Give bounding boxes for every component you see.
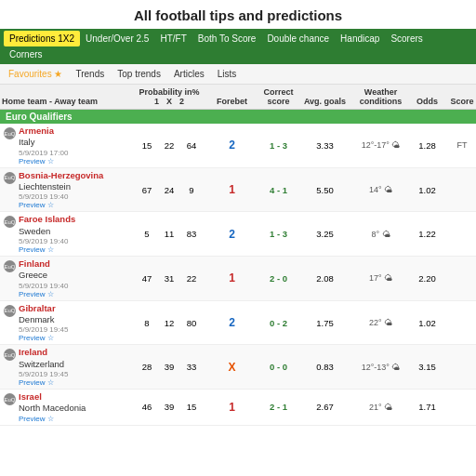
table-header: Home team - Away team Probability in% 1 … [0, 85, 476, 110]
prob-2: 80 [182, 318, 201, 328]
forebet-cell: 2 [206, 228, 258, 241]
match-grid: EuQ Bosnia-Herzegovina Liechtenstein 5/9… [2, 170, 474, 210]
probability-cell: 28 39 33 [132, 362, 206, 372]
home-team: Armenia [19, 126, 132, 137]
correct-score: 4 - 1 [258, 185, 299, 195]
nav-primary-item[interactable]: Corners [4, 46, 48, 62]
team-cell: EuQ Ireland Switzerland 5/9/2019 19:45 P… [2, 347, 132, 387]
probability-cell: 46 39 15 [132, 402, 206, 412]
preview-link[interactable]: Preview ☆ [19, 201, 132, 209]
correct-score: 1 - 3 [258, 229, 299, 239]
correct-score: 2 - 0 [258, 273, 299, 284]
home-team: Bosnia-Herzegovina [19, 170, 132, 181]
prob-2: 22 [182, 273, 201, 284]
score-cell: FT [443, 140, 476, 150]
match-grid: EuQ Israel North Macedonia Preview ☆ 46 … [2, 391, 474, 423]
odds-cell: 1.02 [411, 318, 443, 328]
th-forebet: Forebet [206, 97, 258, 106]
away-team: Sweden [19, 226, 132, 237]
th-avg-goals: Avg. goals [299, 97, 350, 106]
away-team: Switzerland [19, 359, 132, 370]
nav-secondary-item[interactable]: Favourites ★ [4, 67, 67, 81]
forebet-cell: 1 [206, 271, 258, 284]
weather-cell: 12°-17° 🌤 [350, 140, 411, 150]
nav-secondary-item[interactable]: Articles [169, 67, 209, 81]
table-row: EuQ Gibraltar Denmark 5/9/2019 19:45 Pre… [0, 301, 476, 346]
preview-link[interactable]: Preview ☆ [19, 157, 132, 165]
th-probability: Probability in% 1 X 2 [132, 87, 206, 106]
nav-secondary-item[interactable]: Top trends [112, 67, 165, 81]
nav-primary-item[interactable]: Handicap [335, 31, 385, 46]
preview-link[interactable]: Preview ☆ [19, 334, 132, 342]
team-cell: EuQ Israel North Macedonia Preview ☆ [2, 391, 132, 423]
match-time: 5/9/2019 17:00 [19, 149, 132, 157]
probability-cell: 15 22 64 [132, 140, 206, 151]
preview-link[interactable]: Preview ☆ [19, 245, 132, 254]
nav-primary-item[interactable]: HT/FT [154, 31, 192, 46]
preview-link[interactable]: Preview ☆ [19, 290, 132, 298]
probability-cell: 47 31 22 [132, 273, 206, 284]
weather-cell: 8° 🌤 [350, 230, 411, 239]
match-grid: EuQ Gibraltar Denmark 5/9/2019 19:45 Pre… [2, 303, 474, 343]
prob-2: 83 [182, 229, 201, 239]
secondary-nav: Favourites ★TrendsTop trendsArticlesList… [0, 64, 476, 85]
away-team: Greece [19, 270, 132, 281]
th-odds: Odds [411, 97, 443, 106]
team-cell: EuQ Finland Greece 5/9/2019 19:40 Previe… [2, 258, 132, 298]
match-time: 5/9/2019 19:45 [19, 325, 132, 334]
forebet-cell: 2 [206, 316, 258, 329]
prob-1: 5 [138, 229, 156, 239]
team-badge: EuQ [4, 393, 16, 405]
probability-cell: 67 24 9 [132, 185, 206, 195]
match-time: 5/9/2019 19:40 [19, 192, 132, 201]
table-row: EuQ Armenia Italy 5/9/2019 17:00 Preview… [0, 124, 476, 168]
match-grid: EuQ Armenia Italy 5/9/2019 17:00 Preview… [2, 126, 474, 165]
weather-cell: 21° 🌤 [350, 403, 411, 412]
nav-secondary-item[interactable]: Trends [71, 67, 109, 81]
nav-secondary-item[interactable]: Lists [213, 67, 242, 81]
preview-link[interactable]: Preview ☆ [19, 378, 132, 387]
prob-2: 64 [182, 140, 201, 151]
table-row: EuQ Faroe Islands Sweden 5/9/2019 19:40 … [0, 212, 476, 257]
correct-score: 1 - 3 [258, 140, 299, 151]
team-cell: EuQ Faroe Islands Sweden 5/9/2019 19:40 … [2, 214, 132, 254]
odds-cell: 1.22 [411, 229, 443, 239]
th-weather: Weather conditions [350, 87, 411, 106]
matches-list: EuQ Armenia Italy 5/9/2019 17:00 Preview… [0, 124, 476, 426]
away-team: Italy [19, 137, 132, 148]
avg-goals: 0.83 [299, 362, 350, 372]
home-team: Gibraltar [19, 303, 132, 314]
team-cell: EuQ Gibraltar Denmark 5/9/2019 19:45 Pre… [2, 303, 132, 343]
match-grid: EuQ Faroe Islands Sweden 5/9/2019 19:40 … [2, 214, 474, 254]
match-time: 5/9/2019 19:45 [19, 370, 132, 378]
th-team: Home team - Away team [2, 97, 132, 106]
prob-1: 47 [138, 273, 156, 284]
prob-2: 15 [182, 402, 201, 412]
team-badge: EuQ [4, 260, 16, 272]
nav-primary-item[interactable]: Double chance [261, 31, 335, 46]
preview-link[interactable]: Preview ☆ [19, 415, 132, 423]
weather-cell: 17° 🌤 [350, 273, 411, 283]
nav-primary-item[interactable]: Predictions 1X2 [4, 31, 80, 46]
weather-cell: 12°-13° 🌤 [350, 363, 411, 372]
away-team: Denmark [19, 314, 132, 325]
nav-primary-item[interactable]: Both To Score [192, 31, 262, 46]
th-correct-score: Correct score [258, 87, 299, 106]
match-grid: EuQ Finland Greece 5/9/2019 19:40 Previe… [2, 258, 474, 298]
prob-x: 31 [160, 273, 178, 284]
team-badge: EuQ [4, 305, 16, 317]
weather-cell: 22° 🌤 [350, 318, 411, 327]
section-header: Euro Qualifiers [0, 110, 476, 124]
avg-goals: 5.50 [299, 185, 350, 195]
table-row: EuQ Israel North Macedonia Preview ☆ 46 … [0, 390, 476, 426]
prob-2: 9 [182, 185, 201, 195]
nav-primary-item[interactable]: Scorers [385, 31, 428, 46]
nav-primary-item[interactable]: Under/Over 2.5 [80, 31, 154, 46]
prob-x: 39 [160, 402, 178, 412]
prob-x: 12 [160, 318, 178, 328]
correct-score: 2 - 1 [258, 402, 299, 412]
odds-cell: 3.15 [411, 362, 443, 372]
home-team: Israel [19, 391, 132, 403]
prob-1: 67 [138, 185, 156, 195]
weather-cell: 14° 🌤 [350, 185, 411, 194]
